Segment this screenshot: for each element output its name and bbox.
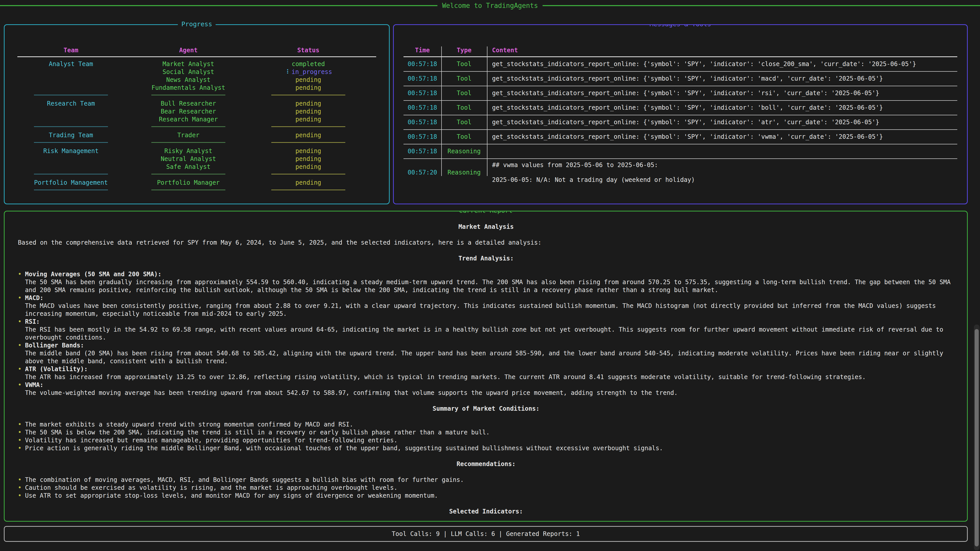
progress-row: Portfolio ManagementPortfolio Managerpen… <box>15 179 379 187</box>
message-time: 00:57:18 <box>404 75 441 83</box>
team-divider-line <box>34 171 108 175</box>
message-time: 00:57:18 <box>404 104 441 112</box>
message-row: 00:57:18Toolget_stockstats_indicators_re… <box>404 115 957 130</box>
agent-cell: Fundamentals Analyst <box>151 84 225 92</box>
status-divider-line <box>271 139 345 143</box>
group-divider <box>15 187 379 195</box>
status-cell: pending <box>295 155 321 163</box>
team-divider-line <box>34 124 108 127</box>
column-header-status: Status <box>298 46 320 54</box>
message-type: Tool <box>441 89 487 97</box>
agent-cell: Portfolio Manager <box>157 179 220 187</box>
report-bullet: •Volatility has increased but remains ma… <box>18 437 954 445</box>
bullet-icon: • <box>18 294 21 302</box>
agent-cell: Risky Analyst <box>164 147 212 155</box>
bullet-text: Price action is generally riding the mid… <box>25 445 954 452</box>
header-rule <box>18 56 376 57</box>
status-cell: pending <box>295 163 321 171</box>
team-cell: Risk Management <box>43 147 99 155</box>
bullet-title: Moving Averages (50 SMA and 200 SMA): <box>25 270 954 278</box>
bullet-icon: • <box>18 365 21 373</box>
status-cell: pending <box>295 131 321 139</box>
messages-table-header: Time Type Content <box>404 46 957 54</box>
message-type: Tool <box>441 104 487 112</box>
progress-row: Trading TeamTraderpending <box>15 131 379 139</box>
team-cell: Research Team <box>47 100 95 108</box>
status-cell: ⠸in_progress <box>285 68 332 76</box>
message-content <box>487 149 957 154</box>
report-bullet: •Caution should be exercised as volatili… <box>18 484 954 492</box>
status-divider-line <box>271 171 345 175</box>
progress-row: Research TeamBull Researcherpending <box>15 100 379 108</box>
bullet-title: RSI: <box>25 318 954 326</box>
column-header-type: Type <box>441 46 487 54</box>
bullet-text: The RSI has been mostly in the 54.92 to … <box>25 326 954 341</box>
agent-divider-line <box>151 124 225 127</box>
message-time: 00:57:18 <box>404 60 441 68</box>
report-heading-market-analysis: Market Analysis <box>18 223 954 231</box>
bullet-title: MACD: <box>25 294 954 302</box>
progress-row: Analyst TeamMarket Analystcompleted <box>15 60 379 68</box>
messages-tools-panel: Messages & Tools Time Type Content 00:57… <box>393 24 968 204</box>
report-heading-summary: Summary of Market Conditions: <box>18 405 954 413</box>
bullet-text: The MACD values have been consistently p… <box>25 302 954 318</box>
message-row: 00:57:18Toolget_stockstats_indicators_re… <box>404 101 957 115</box>
status-cell: pending <box>295 116 321 124</box>
message-time: 00:57:18 <box>404 89 441 97</box>
messages-table-body: 00:57:18Toolget_stockstats_indicators_re… <box>404 57 957 186</box>
agent-cell: Neutral Analyst <box>161 155 216 163</box>
bullet-icon: • <box>18 484 21 492</box>
stats-text: Tool Calls: 9 | LLM Calls: 6 | Generated… <box>392 530 580 538</box>
bullet-text: The 50 SMA has been gradually increasing… <box>25 278 954 294</box>
title-rule-left <box>0 5 438 6</box>
agent-divider-line <box>151 187 225 190</box>
message-row: 00:57:18Toolget_stockstats_indicators_re… <box>404 72 957 86</box>
agent-cell: Bull Researcher <box>161 100 216 108</box>
progress-row: Fundamentals Analystpending <box>15 84 379 92</box>
scrollbar-thumb[interactable] <box>975 329 979 546</box>
message-type: Tool <box>441 118 487 126</box>
column-divider <box>487 46 487 176</box>
bullet-icon: • <box>18 445 21 452</box>
message-content: get_stockstats_indicators_report_online:… <box>487 73 957 85</box>
message-time: 00:57:20 <box>404 168 441 176</box>
progress-row: News Analystpending <box>15 76 379 84</box>
report-intro: Based on the comprehensive data retrieve… <box>18 239 954 247</box>
app-title: Welcome to TradingAgents <box>438 2 542 10</box>
progress-table-body: Analyst TeamMarket AnalystcompletedSocia… <box>15 60 379 195</box>
bullet-icon: • <box>18 341 21 349</box>
message-time: 00:57:18 <box>404 118 441 126</box>
bullet-icon: • <box>18 381 21 389</box>
agent-cell: Social Analyst <box>162 68 214 76</box>
bullet-text: The combination of moving averages, MACD… <box>25 476 954 484</box>
team-cell: Trading Team <box>49 131 93 139</box>
report-bullet: •VWMA:The volume-weighted moving average… <box>18 381 954 397</box>
bullet-icon: • <box>18 318 21 326</box>
team-divider-line <box>34 139 108 143</box>
message-type: Tool <box>441 133 487 141</box>
status-cell: pending <box>295 147 321 155</box>
message-content: get_stockstats_indicators_report_online:… <box>487 58 957 70</box>
bullet-title: ATR (Volatility): <box>25 365 954 373</box>
agent-cell: News Analyst <box>166 76 210 84</box>
bullet-text: The market exhibits a steady upward tren… <box>25 421 954 429</box>
summary-bullet-list: •The market exhibits a steady upward tre… <box>18 421 954 452</box>
bullet-title: VWMA: <box>25 381 954 389</box>
bullet-icon: • <box>18 492 21 500</box>
report-bullet: •MACD:The MACD values have been consiste… <box>18 294 954 318</box>
trend-bullet-list: •Moving Averages (50 SMA and 200 SMA):Th… <box>18 270 954 397</box>
column-header-content: Content <box>487 46 957 54</box>
message-row: 00:57:20Reasoning## vwma values from 202… <box>404 159 957 186</box>
agent-cell: Safe Analyst <box>166 163 210 171</box>
message-content: get_stockstats_indicators_report_online:… <box>487 87 957 100</box>
report-bullet: •The combination of moving averages, MAC… <box>18 476 954 484</box>
message-type: Tool <box>441 75 487 83</box>
recommendation-bullet-list: •The combination of moving averages, MAC… <box>18 476 954 500</box>
message-row: 00:57:18Reasoning <box>404 144 957 159</box>
message-row: 00:57:18Toolget_stockstats_indicators_re… <box>404 86 957 101</box>
bullet-icon: • <box>18 429 21 437</box>
message-row: 00:57:18Toolget_stockstats_indicators_re… <box>404 130 957 144</box>
bullet-icon: • <box>18 270 21 278</box>
bullet-text: The 50 SMA is below the 200 SMA, indicat… <box>25 429 954 437</box>
agent-cell: Research Manager <box>159 116 218 124</box>
